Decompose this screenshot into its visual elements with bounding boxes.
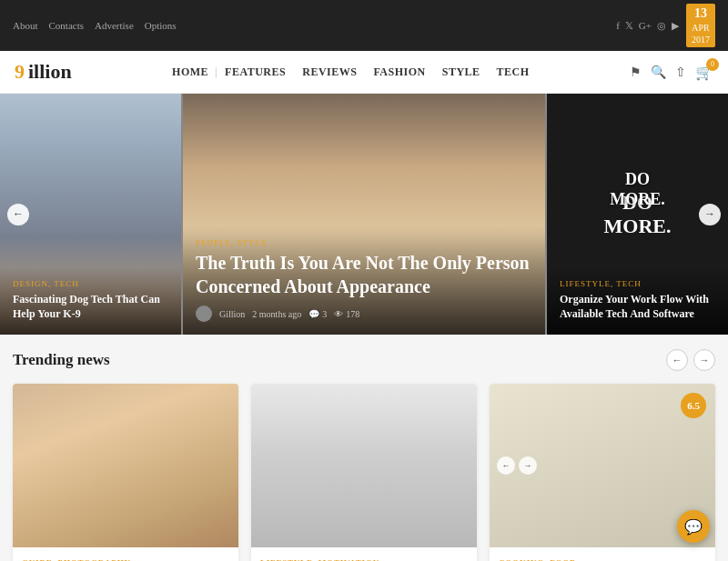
hero-arrow-left[interactable]: ← (7, 204, 29, 225)
hero-slider: ← DESIGN, TECH Fascinating Dog Tech That… (0, 94, 728, 335)
hero-views: 👁 178 (334, 309, 359, 319)
hero-card-right[interactable]: DOMORE. → LIFESTYLE, TECH Organize Your … (547, 94, 728, 335)
hero-category-right: LIFESTYLE, TECH (560, 279, 715, 288)
header: 9illion HOME FEATURES REVIEWS FASHION ST… (0, 51, 728, 94)
trending-cards: GUIDE, PHOTOGRAPHY Fascinating Photo Edi… (13, 384, 715, 561)
logo-text: illion (28, 60, 72, 84)
share-icon[interactable]: ⇧ (675, 65, 686, 80)
nav-home[interactable]: HOME (172, 65, 208, 79)
trending-section: Trending news ← → GUIDE, PHOTOGRAPHY Fas… (0, 335, 728, 561)
card-image-1 (251, 384, 477, 547)
card-body-2: COOKING, FOOD Heartwarming Dishes That W… (490, 547, 715, 561)
hero-category-left: DESIGN, TECH (13, 279, 168, 288)
hero-card-main[interactable]: PEOPLE, STYLE The Truth Is You Are Not T… (183, 94, 545, 335)
card-nav-prev[interactable]: ← (497, 456, 515, 475)
card-image-0 (13, 384, 238, 547)
advertise-link[interactable]: Advertise (95, 20, 134, 31)
about-link[interactable]: About (13, 20, 38, 31)
pinterest-icon[interactable]: ▶ (672, 20, 679, 32)
nav-reviews[interactable]: REVIEWS (302, 65, 357, 79)
hero-overlay-left: DESIGN, TECH Fascinating Dog Tech That C… (0, 266, 181, 336)
hero-card-left[interactable]: ← DESIGN, TECH Fascinating Dog Tech That… (0, 94, 181, 335)
trending-header: Trending news ← → (13, 349, 715, 371)
options-link[interactable]: Options (145, 20, 177, 31)
trending-title: Trending news (13, 351, 110, 369)
googleplus-icon[interactable]: G+ (639, 20, 652, 32)
cart-badge[interactable]: 🛒0 (695, 64, 713, 81)
trending-prev-button[interactable]: ← (666, 349, 688, 371)
trending-card-1[interactable]: LIFESTYLE, MOTIVATION The Single Most Im… (251, 384, 477, 561)
date-badge: 13 APR 2017 (686, 4, 715, 47)
nav-features[interactable]: FEATURES (225, 65, 286, 79)
contacts-link[interactable]: Contacts (49, 20, 85, 31)
chat-button[interactable]: 💬 (677, 510, 710, 543)
hero-title-left: Fascinating Dog Tech That Can Help Your … (13, 292, 168, 323)
hero-avatar (196, 306, 212, 322)
trending-nav: ← → (666, 349, 715, 371)
facebook-icon[interactable]: f (616, 20, 620, 32)
hero-time: 2 months ago (252, 309, 301, 319)
hero-author: Gillion (219, 309, 245, 319)
nav-style[interactable]: STYLE (442, 65, 480, 79)
hero-overlay-main: PEOPLE, STYLE The Truth Is You Are Not T… (183, 225, 545, 335)
card-nav: ← → (497, 456, 537, 475)
card-nav-next[interactable]: → (519, 456, 537, 475)
cart-count: 0 (706, 58, 719, 71)
card-body-1: LIFESTYLE, MOTIVATION The Single Most Im… (251, 547, 477, 561)
score-badge: 6.5 (681, 393, 706, 418)
nav-fashion[interactable]: FASHION (373, 65, 425, 79)
top-bar-right: f 𝕏 G+ ◎ ▶ 13 APR 2017 (616, 4, 715, 47)
card-body-0: GUIDE, PHOTOGRAPHY Fascinating Photo Edi… (13, 547, 238, 561)
hero-title-right: Organize Your Work Flow With Available T… (560, 292, 715, 323)
date-month: APR (692, 22, 709, 34)
social-icons: f 𝕏 G+ ◎ ▶ (616, 20, 679, 32)
hero-category-main: PEOPLE, STYLE (196, 238, 532, 247)
logo-dot: 9 (15, 60, 25, 84)
twitter-icon[interactable]: 𝕏 (625, 20, 633, 32)
top-bar-links: About Contacts Advertise Options (13, 20, 177, 31)
header-icons: ⚑ 🔍 ⇧ 🛒0 (630, 64, 713, 81)
top-bar: About Contacts Advertise Options f 𝕏 G+ … (0, 0, 728, 51)
logo[interactable]: 9illion (15, 60, 72, 84)
trending-next-button[interactable]: → (693, 349, 715, 371)
hero-comments: 💬 3 (308, 309, 327, 319)
hero-overlay-right: LIFESTYLE, TECH Organize Your Work Flow … (547, 266, 728, 336)
hero-title-main: The Truth Is You Are Not The Only Person… (196, 251, 532, 298)
search-icon[interactable]: 🔍 (651, 65, 666, 80)
main-nav: HOME FEATURES REVIEWS FASHION STYLE TECH (172, 65, 529, 79)
monitor-text: DOMORE. (610, 171, 665, 210)
date-day: 13 (694, 5, 707, 22)
date-year: 2017 (692, 34, 710, 45)
bookmark-icon[interactable]: ⚑ (630, 65, 642, 80)
nav-tech[interactable]: TECH (497, 65, 530, 79)
trending-card-0[interactable]: GUIDE, PHOTOGRAPHY Fascinating Photo Edi… (13, 384, 238, 561)
hero-arrow-right[interactable]: → (699, 204, 721, 225)
instagram-icon[interactable]: ◎ (657, 20, 666, 32)
hero-meta-main: Gillion 2 months ago 💬 3 👁 178 (196, 306, 532, 322)
